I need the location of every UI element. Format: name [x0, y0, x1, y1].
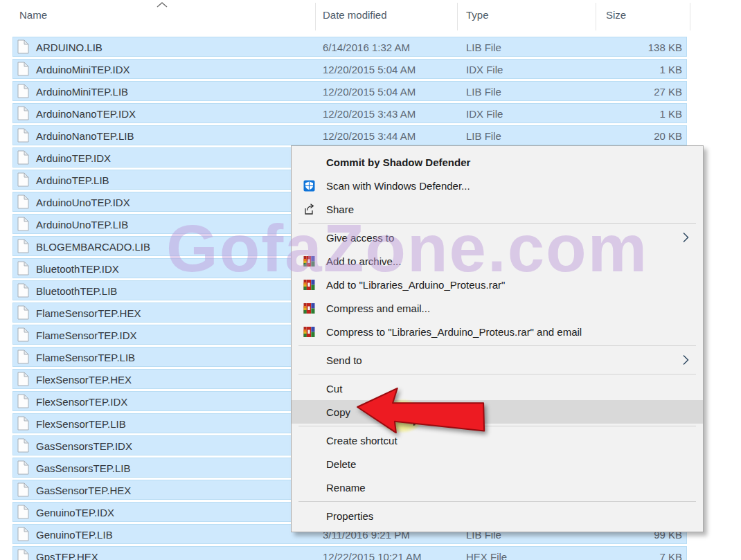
file-name: ARDUINO.LIB — [36, 42, 102, 53]
file-icon — [17, 172, 29, 187]
file-icon — [17, 150, 29, 165]
file-name: FlameSensorTEP.LIB — [36, 352, 135, 363]
file-name: BLOGEMBARCADO.LIB — [36, 241, 150, 253]
table-row[interactable]: ArduinoNanoTEP.LIB 12/20/2015 3:44 AM LI… — [12, 125, 687, 147]
table-row[interactable]: GpsTEP.HEX 12/22/2015 10:21 AM HEX File … — [12, 545, 687, 560]
file-icon — [17, 84, 29, 98]
file-type: HEX File — [466, 551, 507, 560]
file-name: FlameSensorTEP.IDX — [36, 329, 137, 341]
file-icon — [17, 305, 29, 320]
column-header-size[interactable]: Size — [606, 9, 626, 21]
file-name: BluetoothTEP.LIB — [36, 285, 117, 297]
winrar-icon — [303, 255, 315, 267]
winrar-icon — [303, 325, 315, 338]
table-row[interactable]: ArduinoMiniTEP.IDX 12/20/2015 5:04 AM ID… — [12, 58, 687, 80]
table-row[interactable]: ArduinoNanoTEP.IDX 12/20/2015 3:43 AM ID… — [12, 102, 687, 125]
menu-item-properties[interactable]: Properties — [292, 504, 703, 527]
table-row[interactable]: ArduinoMiniTEP.LIB 12/20/2015 5:04 AM LI… — [12, 80, 687, 102]
file-icon — [17, 239, 29, 253]
file-name: GenuinoTEP.IDX — [36, 507, 114, 518]
file-date-modified: 6/14/2016 1:32 AM — [323, 42, 410, 53]
chevron-right-icon — [683, 355, 689, 365]
file-type: IDX File — [466, 64, 503, 75]
menu-separator — [298, 223, 696, 224]
file-name: FlexSensorTEP.HEX — [36, 374, 132, 386]
file-icon — [17, 39, 29, 54]
menu-item-scan-with-windows-defender[interactable]: Scan with Windows Defender... — [292, 174, 703, 197]
file-icon — [17, 128, 29, 143]
menu-separator — [298, 374, 696, 374]
file-type: LIB File — [466, 42, 501, 53]
winrar-icon — [303, 278, 315, 291]
file-date-modified: 12/20/2015 3:44 AM — [323, 130, 416, 142]
column-divider[interactable] — [315, 3, 316, 30]
file-date-modified: 12/20/2015 5:04 AM — [323, 64, 416, 75]
column-header-type[interactable]: Type — [466, 9, 489, 21]
column-header-date-modified[interactable]: Date modified — [323, 9, 387, 21]
winrar-icon — [303, 302, 315, 314]
share-icon — [303, 203, 315, 215]
file-icon — [17, 372, 29, 386]
menu-item-compress-to-libraries-arduino-[interactable]: Compress to "Libraries_Arduino_Proteus.r… — [292, 320, 703, 343]
file-icon — [17, 217, 29, 231]
context-menu: Commit by Shadow Defender Scan with Wind… — [291, 145, 704, 532]
file-icon — [17, 350, 29, 364]
menu-separator — [298, 345, 696, 346]
file-name: ArduinoTEP.LIB — [36, 174, 109, 186]
file-name: ArduinoUnoTEP.LIB — [36, 219, 128, 231]
column-divider[interactable] — [690, 3, 690, 30]
file-name: GenuinoTEP.LIB — [36, 529, 113, 541]
file-icon — [17, 549, 29, 560]
menu-item-compress-and-email[interactable]: Compress and email... — [292, 296, 703, 320]
file-size: 20 KB — [654, 130, 682, 142]
file-name: FlexSensorTEP.IDX — [36, 396, 127, 408]
file-icon — [17, 527, 29, 541]
column-header-name[interactable]: Name — [19, 9, 47, 21]
menu-item-add-to-libraries-arduino-prote[interactable]: Add to "Libraries_Arduino_Proteus.rar" — [292, 273, 703, 296]
menu-item-copy[interactable]: Copy — [292, 400, 703, 424]
file-icon — [17, 394, 29, 408]
file-icon — [17, 261, 29, 276]
file-name: GpsTEP.HEX — [36, 551, 98, 560]
file-name: ArduinoNanoTEP.LIB — [36, 130, 134, 142]
file-name: BluetoothTEP.IDX — [36, 263, 119, 275]
column-header: Name Date modified Type Size — [0, 0, 741, 35]
chevron-right-icon — [683, 233, 689, 243]
table-row[interactable]: ARDUINO.LIB 6/14/2016 1:32 AM LIB File 1… — [12, 36, 687, 58]
file-icon — [17, 62, 29, 76]
column-divider[interactable] — [457, 3, 458, 30]
file-name: ArduinoMiniTEP.LIB — [36, 86, 128, 98]
menu-separator — [298, 426, 696, 426]
file-icon — [17, 505, 29, 519]
file-name: GasSensorsTEP.LIB — [36, 462, 130, 474]
file-size: 27 KB — [654, 86, 682, 98]
menu-item-share[interactable]: Share — [292, 197, 703, 221]
file-icon — [17, 327, 29, 342]
menu-item-commit-by-shadow-defender[interactable]: Commit by Shadow Defender — [292, 150, 703, 174]
file-size: 1 KB — [659, 108, 682, 120]
file-name: ArduinoMiniTEP.IDX — [36, 64, 130, 75]
defender-icon — [303, 179, 315, 192]
menu-separator — [298, 501, 696, 502]
menu-item-add-to-archive[interactable]: Add to archive... — [292, 249, 703, 273]
file-name: ArduinoNanoTEP.IDX — [36, 108, 136, 120]
menu-item-cut[interactable]: Cut — [292, 377, 703, 400]
file-icon — [17, 106, 29, 120]
column-divider[interactable] — [596, 3, 596, 30]
file-name: ArduinoUnoTEP.IDX — [36, 197, 130, 208]
file-icon — [17, 283, 29, 298]
menu-item-create-shortcut[interactable]: Create shortcut — [292, 428, 703, 452]
file-type: LIB File — [466, 130, 501, 142]
file-date-modified: 12/20/2015 3:43 AM — [323, 108, 416, 120]
file-icon — [17, 438, 29, 453]
file-size: 1 KB — [659, 64, 682, 75]
menu-item-send-to[interactable]: Send to — [292, 348, 703, 372]
file-date-modified: 12/20/2015 5:04 AM — [323, 86, 416, 98]
file-name: FlameSensorTEP.HEX — [36, 307, 141, 319]
menu-item-rename[interactable]: Rename — [292, 476, 703, 499]
menu-item-give-access-to[interactable]: Give access to — [292, 226, 703, 249]
file-icon — [17, 460, 29, 475]
sort-ascending-icon — [155, 1, 169, 9]
file-name: GasSensorTEP.HEX — [36, 485, 131, 496]
menu-item-delete[interactable]: Delete — [292, 452, 703, 476]
